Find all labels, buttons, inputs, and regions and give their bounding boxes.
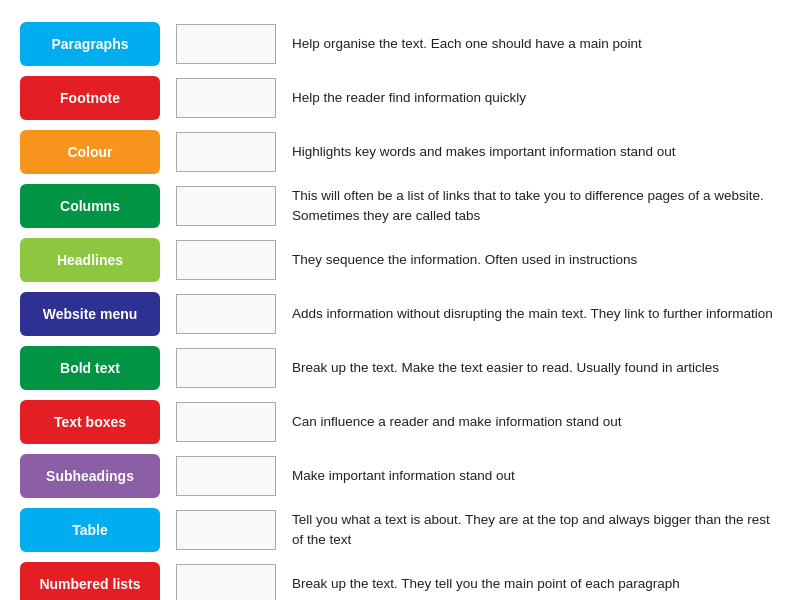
- answer-box-website-menu[interactable]: [176, 294, 276, 334]
- description-subheadings: Make important information stand out: [292, 466, 780, 486]
- description-paragraphs: Help organise the text. Each one should …: [292, 34, 780, 54]
- matching-row: TableTell you what a text is about. They…: [20, 506, 780, 554]
- label-btn-website-menu[interactable]: Website menu: [20, 292, 160, 336]
- label-btn-numbered-lists[interactable]: Numbered lists: [20, 562, 160, 600]
- description-website-menu: Adds information without disrupting the …: [292, 304, 780, 324]
- description-headlines: They sequence the information. Often use…: [292, 250, 780, 270]
- matching-container: ParagraphsHelp organise the text. Each o…: [20, 20, 780, 600]
- label-btn-bold-text[interactable]: Bold text: [20, 346, 160, 390]
- answer-box-columns[interactable]: [176, 186, 276, 226]
- answer-box-paragraphs[interactable]: [176, 24, 276, 64]
- answer-box-table[interactable]: [176, 510, 276, 550]
- answer-box-colour[interactable]: [176, 132, 276, 172]
- matching-row: Website menuAdds information without dis…: [20, 290, 780, 338]
- answer-box-footnote[interactable]: [176, 78, 276, 118]
- matching-row: FootnoteHelp the reader find information…: [20, 74, 780, 122]
- description-colour: Highlights key words and makes important…: [292, 142, 780, 162]
- description-table: Tell you what a text is about. They are …: [292, 510, 780, 549]
- description-bold-text: Break up the text. Make the text easier …: [292, 358, 780, 378]
- label-btn-colour[interactable]: Colour: [20, 130, 160, 174]
- answer-box-bold-text[interactable]: [176, 348, 276, 388]
- description-footnote: Help the reader find information quickly: [292, 88, 780, 108]
- matching-row: HeadlinesThey sequence the information. …: [20, 236, 780, 284]
- matching-row: Numbered listsBreak up the text. They te…: [20, 560, 780, 600]
- matching-row: ColumnsThis will often be a list of link…: [20, 182, 780, 230]
- matching-row: ColourHighlights key words and makes imp…: [20, 128, 780, 176]
- answer-box-numbered-lists[interactable]: [176, 564, 276, 600]
- answer-box-subheadings[interactable]: [176, 456, 276, 496]
- answer-box-text-boxes[interactable]: [176, 402, 276, 442]
- matching-row: Text boxesCan influence a reader and mak…: [20, 398, 780, 446]
- label-btn-subheadings[interactable]: Subheadings: [20, 454, 160, 498]
- description-numbered-lists: Break up the text. They tell you the mai…: [292, 574, 780, 594]
- label-btn-text-boxes[interactable]: Text boxes: [20, 400, 160, 444]
- label-btn-paragraphs[interactable]: Paragraphs: [20, 22, 160, 66]
- matching-row: Bold textBreak up the text. Make the tex…: [20, 344, 780, 392]
- label-btn-table[interactable]: Table: [20, 508, 160, 552]
- description-text-boxes: Can influence a reader and make informat…: [292, 412, 780, 432]
- description-columns: This will often be a list of links that …: [292, 186, 780, 225]
- label-btn-columns[interactable]: Columns: [20, 184, 160, 228]
- matching-row: ParagraphsHelp organise the text. Each o…: [20, 20, 780, 68]
- label-btn-headlines[interactable]: Headlines: [20, 238, 160, 282]
- label-btn-footnote[interactable]: Footnote: [20, 76, 160, 120]
- answer-box-headlines[interactable]: [176, 240, 276, 280]
- matching-row: SubheadingsMake important information st…: [20, 452, 780, 500]
